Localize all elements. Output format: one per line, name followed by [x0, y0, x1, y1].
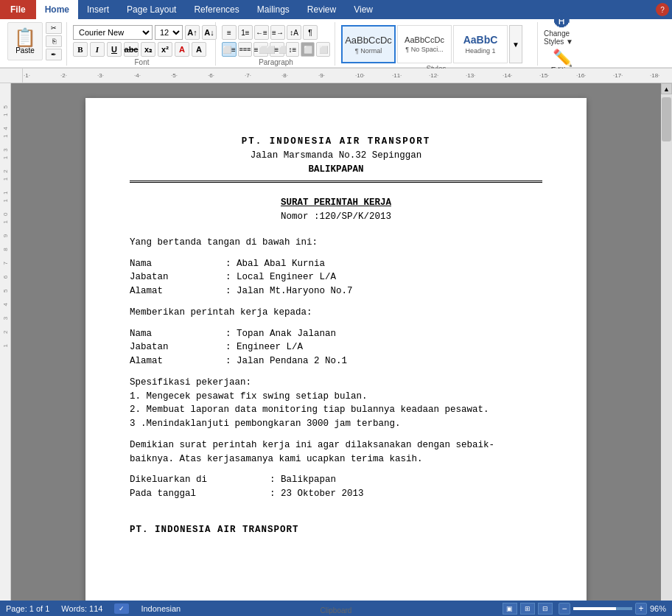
spec-title: Spesifikasi pekerjaan: — [130, 376, 542, 390]
svg-text:·14·: ·14· — [503, 72, 512, 79]
list-numbers-button[interactable]: 1≡ — [238, 25, 253, 40]
svg-text:·15·: ·15· — [539, 72, 549, 79]
subscript-button[interactable]: x₂ — [141, 42, 155, 57]
intro-text: Yang bertanda tangan di bawah ini: — [130, 236, 542, 250]
sort-button[interactable]: ↕A — [287, 25, 301, 40]
tab-insert[interactable]: Insert — [78, 0, 118, 19]
spec1: 1. Mengecek pesawat fix swing setiap bul… — [130, 390, 542, 404]
zoom-slider-fill — [573, 607, 616, 610]
font-row1: Courier New 12 A↑ A↓ — [73, 25, 217, 40]
tab-file[interactable]: File — [0, 0, 36, 19]
zoom-out-button[interactable]: − — [559, 603, 570, 615]
line-spacing-button[interactable]: ↕≡ — [286, 42, 300, 57]
italic-button[interactable]: I — [90, 42, 105, 57]
change-styles-editing-group: 🅐 Change Styles ▼ ✏️ Editing — [537, 22, 587, 66]
web-layout-button[interactable]: ⊟ — [538, 603, 553, 615]
text-color-button[interactable]: A — [175, 42, 189, 57]
tab-review[interactable]: Review — [298, 0, 345, 19]
styles-group: AaBbCcDc ¶ Normal AaBbCcDc ¶ No Spaci...… — [337, 22, 536, 66]
tab-mailings[interactable]: Mailings — [248, 0, 298, 19]
tab-home[interactable]: Home — [36, 0, 78, 19]
styles-more-button[interactable]: ▼ — [509, 25, 522, 63]
copy-button[interactable]: ⎘ — [46, 35, 62, 47]
sender-nama-label: Nama — [130, 257, 225, 271]
tab-references[interactable]: References — [185, 0, 248, 19]
nomor: Nomor :120/SP/K/2013 — [130, 210, 542, 224]
bold-button[interactable]: B — [73, 42, 88, 57]
editing-icon: ✏️ — [553, 50, 573, 66]
tab-view[interactable]: View — [345, 0, 382, 19]
show-marks-button[interactable]: ¶ — [303, 25, 318, 40]
style-normal-preview: AaBbCcDc — [345, 35, 392, 46]
paragraph-group-label: Paragraph — [259, 58, 293, 66]
list-bullets-button[interactable]: ≡ — [222, 25, 237, 40]
document-page[interactable]: PT. INDONESIA AIR TRANSPORT Jalan Marsma… — [85, 98, 587, 601]
font-size-select[interactable]: 12 — [155, 25, 183, 40]
style-nospace-preview: AaBbCcDc — [405, 35, 444, 44]
spell-check-icon[interactable]: ✓ — [114, 603, 129, 614]
indent-increase-button[interactable]: ≡→ — [270, 25, 285, 40]
recipient-nama-val: : Topan Anak Jalanan — [225, 327, 336, 341]
paste-label: Paste — [15, 46, 35, 55]
align-justify-button[interactable]: ⬜≡⬜ — [270, 42, 284, 57]
change-styles-label: Change Styles ▼ — [544, 29, 581, 46]
zoom-slider[interactable] — [573, 607, 632, 610]
format-painter-button[interactable]: ✒ — [46, 49, 62, 60]
scroll-thumb[interactable] — [662, 97, 671, 141]
shading-button[interactable]: ⬜ — [301, 42, 315, 57]
decrease-font-button[interactable]: A↓ — [202, 25, 217, 40]
increase-font-button[interactable]: A↑ — [185, 25, 200, 40]
recipient-alamat-val: : Jalan Pendana 2 No.1 — [225, 354, 347, 368]
closing2: baiknya. Atas kerjasamanya kami ucapkan … — [130, 452, 542, 466]
zoom-value: 96% — [650, 604, 666, 613]
vertical-scrollbar: ▲ — [661, 83, 672, 601]
change-styles-button[interactable]: 🅐 Change Styles ▼ — [544, 13, 581, 46]
scroll-up-button[interactable]: ▲ — [661, 83, 672, 94]
company-city: BALIKPAPAN — [130, 163, 542, 177]
vertical-ruler: 1 2 3 4 5 6 7 8 9 10 11 12 13 14 15 — [0, 83, 11, 601]
superscript-button[interactable]: x² — [158, 42, 172, 57]
svg-text:·6·: ·6· — [208, 72, 214, 79]
font-group-label: Font — [134, 58, 149, 66]
style-normal[interactable]: AaBbCcDc ¶ Normal — [341, 25, 396, 63]
place-row: Dikeluarkan di : Balikpapan — [130, 473, 542, 487]
svg-text:·17·: ·17· — [613, 72, 623, 79]
font-name-select[interactable]: Courier New — [73, 25, 153, 40]
surat-title: SURAT PERINTAH KERJA — [130, 196, 542, 210]
recipient-jabatan-val: : Engineer L/A — [225, 340, 303, 354]
separator-line — [130, 181, 542, 183]
sender-jabatan-val: : Local Engineer L/A — [225, 270, 336, 284]
sender-alamat-row: Alamat : Jalan Mt.Haryono No.7 — [130, 284, 542, 298]
cut-button[interactable]: ✂ — [46, 22, 62, 34]
paragraph-group: ≡ 1≡ ←≡ ≡→ ↕A ¶ ⬜≡ ≡≡≡ ≡⬜ ⬜≡⬜ ↕≡ ⬜ ⬜ Par — [217, 22, 335, 66]
style-nospace[interactable]: AaBbCcDc ¶ No Spaci... — [397, 25, 452, 63]
paste-icon: 📋 — [14, 29, 36, 46]
align-left-button[interactable]: ⬜≡ — [222, 42, 237, 57]
recipient-nama-row: Nama : Topan Anak Jalanan — [130, 327, 542, 341]
sender-nama-val: : Abal Abal Kurnia — [225, 257, 325, 271]
highlight-button[interactable]: A — [192, 42, 206, 57]
doc-scroll[interactable]: PT. INDONESIA AIR TRANSPORT Jalan Marsma… — [11, 83, 661, 601]
print-layout-button[interactable]: ▣ — [503, 603, 517, 615]
svg-text:·4·: ·4· — [134, 72, 141, 79]
tab-page-layout[interactable]: Page Layout — [118, 0, 185, 19]
style-heading1[interactable]: AaBbC Heading 1 — [453, 25, 508, 63]
align-center-button[interactable]: ≡≡≡ — [238, 42, 252, 57]
zoom-in-button[interactable]: + — [635, 603, 647, 615]
indent-decrease-button[interactable]: ←≡ — [254, 25, 269, 40]
strikethrough-button[interactable]: abc — [124, 42, 139, 57]
full-screen-button[interactable]: ⊞ — [520, 603, 535, 615]
para-row2: ⬜≡ ≡≡≡ ≡⬜ ⬜≡⬜ ↕≡ ⬜ ⬜ — [222, 42, 330, 57]
help-icon[interactable]: ? — [656, 3, 669, 16]
transition-text: Memberikan perintah kerja kepada: — [130, 306, 542, 320]
border-button[interactable]: ⬜ — [316, 42, 330, 57]
svg-text:·5·: ·5· — [171, 72, 178, 79]
underline-button[interactable]: U — [107, 42, 122, 57]
change-styles-icon: 🅐 — [554, 13, 570, 29]
ribbon: File Home Insert Page Layout References … — [0, 0, 672, 69]
footer-company: PT. INDONESIA AIR TRANSPORT — [130, 523, 542, 537]
svg-text:·2·: ·2· — [60, 72, 67, 79]
place-label: Dikeluarkan di — [130, 473, 270, 487]
paste-button[interactable]: 📋 Paste — [7, 22, 43, 60]
spec2: 2. Membuat laporan data monitoring tiap … — [130, 403, 542, 417]
